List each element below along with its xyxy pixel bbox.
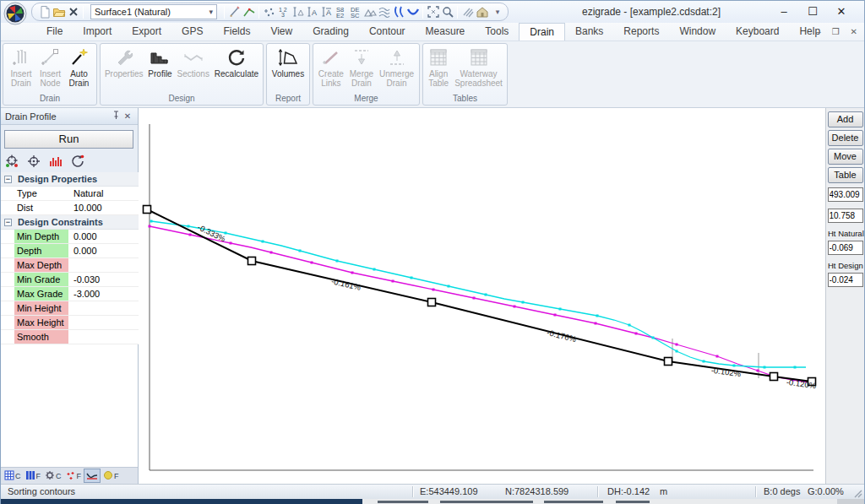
menu-tab-grading[interactable]: Grading bbox=[302, 23, 359, 41]
magenta-surface-line-marker bbox=[230, 242, 232, 245]
ht-design-field[interactable] bbox=[828, 273, 863, 287]
panel-tab-points[interactable]: F bbox=[64, 469, 84, 483]
black-design-line bbox=[147, 209, 812, 382]
property-label-max-depth: Max Depth bbox=[14, 258, 68, 272]
flow-lines-icon[interactable] bbox=[391, 5, 405, 19]
menu-tab-fields[interactable]: Fields bbox=[213, 23, 260, 41]
property-value-smooth[interactable] bbox=[68, 330, 139, 344]
delete-node-button[interactable]: Delete bbox=[828, 130, 863, 146]
pin-icon[interactable] bbox=[110, 111, 122, 122]
section-labels-icon[interactable]: S8E2 bbox=[334, 5, 348, 19]
profile-chart-area[interactable]: -0.333%-0.161%-0.176%-0.102%-0.120% bbox=[139, 108, 827, 484]
status-bar: Sorting contours E:543449.109 N:7824318.… bbox=[1, 484, 864, 499]
section-header-design-constraints[interactable]: −Design Constraints bbox=[1, 215, 139, 230]
draw-polyline-icon[interactable] bbox=[242, 5, 256, 19]
collapse-icon[interactable]: − bbox=[4, 176, 12, 183]
svg-text:3: 3 bbox=[281, 12, 285, 18]
resize-grip[interactable] bbox=[852, 488, 862, 498]
triangulate-icon[interactable] bbox=[362, 5, 377, 19]
property-value-dist[interactable]: 10.000 bbox=[68, 201, 139, 214]
waterway-icon[interactable] bbox=[405, 5, 420, 19]
collapse-icon[interactable]: − bbox=[4, 219, 12, 226]
height-labels-icon[interactable] bbox=[291, 5, 305, 19]
surface-selector-dropdown[interactable]: Surface1 (Natural) ▾ bbox=[90, 4, 217, 19]
property-row-dist: Dist10.000 bbox=[1, 201, 139, 215]
close-file-icon[interactable] bbox=[66, 5, 80, 19]
point-labels-e-icon[interactable]: A bbox=[319, 5, 334, 19]
ribbon-group-label: Drain bbox=[3, 94, 96, 105]
point-labels-a-icon[interactable]: A bbox=[305, 5, 319, 19]
menu-tab-measure[interactable]: Measure bbox=[416, 23, 476, 41]
cyan-natural-surface-line bbox=[151, 221, 806, 367]
menu-tab-drain[interactable]: Drain bbox=[519, 23, 565, 41]
hatch-icon[interactable] bbox=[460, 5, 475, 19]
property-value-max-height[interactable] bbox=[68, 316, 139, 329]
menu-tab-banks[interactable]: Banks bbox=[565, 23, 613, 41]
menu-tab-import[interactable]: Import bbox=[73, 23, 122, 41]
background-window-dark-strip bbox=[1, 499, 362, 504]
move-node-button[interactable]: Move bbox=[828, 149, 863, 165]
zoom-extents-icon[interactable] bbox=[426, 5, 440, 19]
close-button[interactable]: ✕ bbox=[827, 1, 856, 23]
center-target-icon[interactable] bbox=[25, 153, 42, 169]
maximize-button[interactable]: ☐ bbox=[798, 1, 827, 23]
menu-tab-gps[interactable]: GPS bbox=[171, 23, 213, 41]
section-header-design-properties[interactable]: −Design Properties bbox=[1, 172, 139, 187]
panel-tab-grid-table[interactable]: C bbox=[3, 469, 23, 483]
property-value-depth[interactable]: 0.000 bbox=[68, 244, 139, 257]
panel-tab-profile-curve[interactable] bbox=[84, 469, 101, 483]
menu-tab-reports[interactable]: Reports bbox=[613, 23, 669, 41]
height-field[interactable] bbox=[828, 209, 863, 223]
chainage-field[interactable] bbox=[828, 187, 863, 202]
panel-close-icon[interactable]: ✕ bbox=[122, 111, 133, 121]
add-node-button[interactable]: Add bbox=[828, 111, 863, 127]
ribbon-button-recalculate[interactable]: Recalculate bbox=[214, 45, 259, 79]
row-indent bbox=[1, 330, 14, 344]
profile-chart[interactable]: -0.333%-0.161%-0.176%-0.102%-0.120% bbox=[139, 108, 827, 484]
property-value-type[interactable]: Natural bbox=[68, 187, 139, 200]
run-button[interactable]: Run bbox=[4, 130, 133, 149]
zoom-window-icon[interactable] bbox=[440, 5, 454, 19]
property-value-min-grade[interactable]: -0.030 bbox=[68, 273, 139, 286]
property-value-max-depth[interactable] bbox=[68, 258, 139, 272]
ribbon-button-volumes[interactable]: Volumes bbox=[271, 45, 305, 79]
open-file-icon[interactable] bbox=[52, 5, 66, 19]
property-value-min-height[interactable] bbox=[68, 301, 139, 315]
background-window-sliver bbox=[1, 499, 864, 504]
design-node-marker bbox=[248, 257, 256, 265]
table-button[interactable]: Table bbox=[828, 167, 863, 183]
menu-tab-tools[interactable]: Tools bbox=[475, 23, 519, 41]
mdi-minimize-button[interactable]: – bbox=[816, 23, 821, 41]
histogram-icon[interactable] bbox=[47, 153, 64, 169]
panel-tab-gear[interactable]: C bbox=[43, 469, 63, 483]
profile-settings-icon[interactable] bbox=[3, 153, 20, 169]
reset-rotation-icon[interactable] bbox=[69, 153, 86, 169]
menu-tab-window[interactable]: Window bbox=[669, 23, 726, 41]
menu-tab-export[interactable]: Export bbox=[122, 23, 171, 41]
panel-tab-surface[interactable]: F bbox=[101, 469, 121, 483]
property-value-max-grade[interactable]: -3.000 bbox=[68, 287, 139, 301]
ribbon-button-merge-drain: Merge Drain bbox=[349, 45, 374, 88]
draw-line-icon[interactable] bbox=[227, 5, 242, 19]
mdi-restore-button[interactable]: ❐ bbox=[832, 23, 840, 41]
minimize-button[interactable]: – bbox=[770, 1, 798, 23]
contours-icon[interactable] bbox=[377, 5, 391, 19]
ribbon-button-auto-drain[interactable]: Auto Drain bbox=[68, 45, 90, 88]
property-value-min-depth[interactable]: 0.000 bbox=[68, 230, 139, 243]
point-numbers-icon[interactable]: 1 23 bbox=[276, 5, 291, 19]
menu-tab-view[interactable]: View bbox=[260, 23, 302, 41]
panel-tab-columns[interactable]: F bbox=[24, 469, 43, 483]
menu-tab-file[interactable]: File bbox=[36, 23, 73, 41]
insert-points-icon[interactable] bbox=[262, 5, 276, 19]
mdi-close-button[interactable]: ✕ bbox=[851, 23, 857, 41]
new-file-icon[interactable] bbox=[37, 5, 52, 19]
menu-tab-keyboard[interactable]: Keyboard bbox=[726, 23, 789, 41]
app-window: Surface1 (Natural) ▾ 1 23AAS8E2DESC ▾ ez… bbox=[0, 0, 865, 504]
ht-natural-field[interactable] bbox=[828, 241, 863, 255]
ribbon-button-label: Sections bbox=[177, 70, 209, 79]
ribbon-button-profile[interactable]: Profile bbox=[147, 45, 172, 79]
menu-tab-contour[interactable]: Contour bbox=[359, 23, 416, 41]
home-icon[interactable] bbox=[475, 5, 489, 19]
descriptor-labels-icon[interactable]: DESC bbox=[348, 5, 362, 19]
toolbar-overflow-button[interactable]: ▾ bbox=[492, 8, 503, 16]
